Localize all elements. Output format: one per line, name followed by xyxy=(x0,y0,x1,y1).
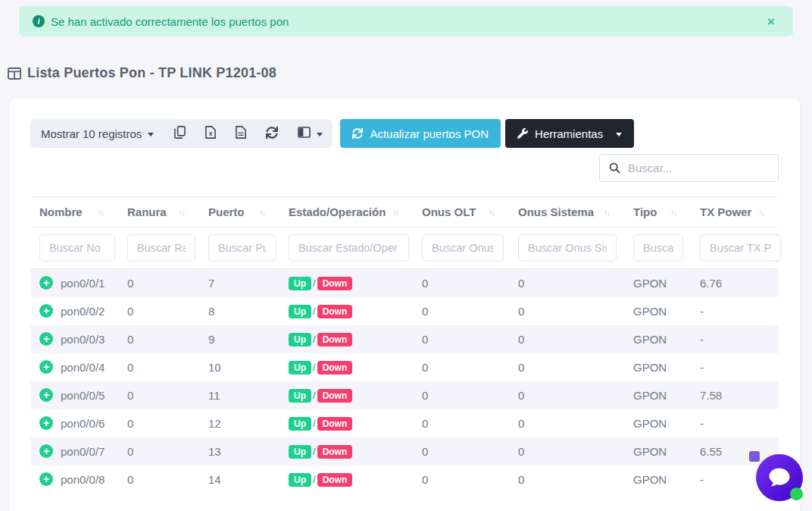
expand-row-plus-icon[interactable]: + xyxy=(39,276,53,290)
table-row: +pon0/0/4010Up/Down00GPON- xyxy=(30,353,779,381)
chat-widget-button[interactable] xyxy=(756,454,803,501)
column-header-puerto[interactable]: Puerto↑↓ xyxy=(199,197,280,227)
cell-estado: Up/Down xyxy=(280,466,413,494)
success-alert: i Se han activado correctamente los puer… xyxy=(19,6,793,36)
expand-row-plus-icon[interactable]: + xyxy=(39,304,53,318)
column-filter-input-puerto[interactable] xyxy=(208,234,276,262)
cell-onus-olt: 0 xyxy=(413,297,509,325)
export-excel-button[interactable]: x xyxy=(195,119,226,148)
cell-onus-olt: 0 xyxy=(413,353,509,381)
status-down-badge: Down xyxy=(317,305,353,318)
table-row: +pon0/0/5011Up/Down00GPON7.58 xyxy=(30,381,779,409)
cell-ranura: 0 xyxy=(118,466,199,494)
column-filter-input-tipo[interactable] xyxy=(633,234,683,262)
column-header-tx_power[interactable]: TX Power↑↓ xyxy=(691,197,779,227)
table-row: +pon0/0/8014Up/Down00GPON- xyxy=(30,466,779,494)
status-down-badge: Down xyxy=(317,445,353,459)
table-body: +pon0/0/107Up/Down00GPON6.76+pon0/0/208U… xyxy=(30,269,779,494)
column-header-ranura[interactable]: Ranura↑↓ xyxy=(118,197,199,227)
column-visibility-button[interactable] xyxy=(288,119,333,148)
sort-icon: ↑↓ xyxy=(604,208,620,217)
cell-nombre: +pon0/0/5 xyxy=(30,381,118,409)
column-header-tipo[interactable]: Tipo↑↓ xyxy=(624,197,691,227)
port-name: pon0/0/2 xyxy=(61,305,105,318)
status-separator: / xyxy=(313,390,316,401)
show-records-dropdown[interactable]: Mostrar 10 registros xyxy=(30,119,164,148)
svg-text:x: x xyxy=(209,130,213,137)
column-header-estado[interactable]: Estado/Operación↑↓ xyxy=(280,197,413,227)
cell-onus-olt: 0 xyxy=(413,466,509,494)
chat-notification-square xyxy=(749,451,760,462)
column-header-nombre[interactable]: Nombre↑↓ xyxy=(30,197,118,227)
export-excel-icon: x xyxy=(205,126,216,141)
cell-estado: Up/Down xyxy=(280,381,413,409)
cell-ranura: 0 xyxy=(118,269,199,297)
column-filter-input-ranura[interactable] xyxy=(127,234,195,262)
table-row: +pon0/0/7013Up/Down00GPON6.55 xyxy=(30,437,779,466)
cell-puerto: 7 xyxy=(199,269,280,297)
cell-onus-sistema: 0 xyxy=(509,353,624,381)
cell-onus-olt: 0 xyxy=(413,269,509,297)
reload-icon xyxy=(266,127,278,141)
refresh-pon-ports-button[interactable]: Actualizar puertos PON xyxy=(340,119,501,148)
sort-icon: ↑↓ xyxy=(98,208,114,217)
expand-row-plus-icon[interactable]: + xyxy=(39,444,53,458)
column-filter-input-tx_power[interactable] xyxy=(700,234,781,262)
search-input[interactable] xyxy=(628,161,779,174)
cell-nombre: +pon0/0/2 xyxy=(30,297,118,325)
chat-bubble-icon xyxy=(767,466,792,489)
sort-icon: ↑↓ xyxy=(179,208,195,217)
column-filter-input-onus_olt[interactable] xyxy=(422,234,504,262)
status-separator: / xyxy=(313,306,316,317)
status-separator: / xyxy=(313,277,316,289)
search-row xyxy=(30,154,779,182)
sort-icon: ↑↓ xyxy=(758,208,774,217)
cell-tx-power: 6.76 xyxy=(691,269,779,297)
column-filter-input-nombre[interactable] xyxy=(39,234,115,262)
status-separator: / xyxy=(313,474,316,485)
expand-row-plus-icon[interactable]: + xyxy=(39,472,53,486)
cell-tipo: GPON xyxy=(624,409,691,437)
column-label: Tipo xyxy=(633,205,657,218)
port-name: pon0/0/8 xyxy=(61,473,105,486)
status-down-badge: Down xyxy=(317,277,353,290)
column-filter-input-estado[interactable] xyxy=(289,234,409,262)
status-separator: / xyxy=(313,446,316,457)
table-row: +pon0/0/309Up/Down00GPON- xyxy=(30,325,779,353)
status-down-badge: Down xyxy=(317,361,353,375)
cell-estado: Up/Down xyxy=(280,269,413,297)
refresh-icon xyxy=(352,128,363,139)
cell-puerto: 8 xyxy=(199,297,280,325)
sort-icon: ↑↓ xyxy=(259,208,275,217)
expand-row-plus-icon[interactable]: + xyxy=(39,416,53,430)
expand-row-plus-icon[interactable]: + xyxy=(39,388,53,402)
port-name: pon0/0/1 xyxy=(61,277,105,290)
status-separator: / xyxy=(313,362,316,373)
column-header-onus_sistema[interactable]: Onus Sistema↑↓ xyxy=(509,197,624,227)
alert-close-button[interactable]: × xyxy=(763,14,779,30)
tools-dropdown-button[interactable]: Herramientas xyxy=(505,119,634,148)
export-file-button[interactable] xyxy=(226,119,256,148)
copy-button[interactable] xyxy=(164,119,195,148)
cell-ranura: 0 xyxy=(118,409,199,437)
search-icon xyxy=(609,162,620,174)
sort-icon: ↑↓ xyxy=(489,208,504,217)
status-up-badge: Up xyxy=(289,389,311,403)
cell-onus-sistema: 0 xyxy=(509,297,624,325)
cell-nombre: +pon0/0/6 xyxy=(30,409,118,437)
column-header-onus_olt[interactable]: Onus OLT↑↓ xyxy=(413,197,509,227)
column-label: Onus OLT xyxy=(422,205,476,218)
expand-row-plus-icon[interactable]: + xyxy=(39,332,53,346)
cell-puerto: 11 xyxy=(199,381,280,409)
status-up-badge: Up xyxy=(289,473,311,487)
status-up-badge: Up xyxy=(289,305,311,318)
cell-tipo: GPON xyxy=(624,437,691,466)
pon-ports-table: Nombre↑↓Ranura↑↓Puerto↑↓Estado/Operación… xyxy=(30,196,779,494)
expand-row-plus-icon[interactable]: + xyxy=(39,360,53,374)
reload-table-button[interactable] xyxy=(256,119,288,148)
status-separator: / xyxy=(313,334,316,345)
column-filter-input-onus_sistema[interactable] xyxy=(518,234,617,262)
table-filter-row xyxy=(30,227,779,269)
online-status-dot xyxy=(790,487,803,500)
status-down-badge: Down xyxy=(317,333,353,346)
